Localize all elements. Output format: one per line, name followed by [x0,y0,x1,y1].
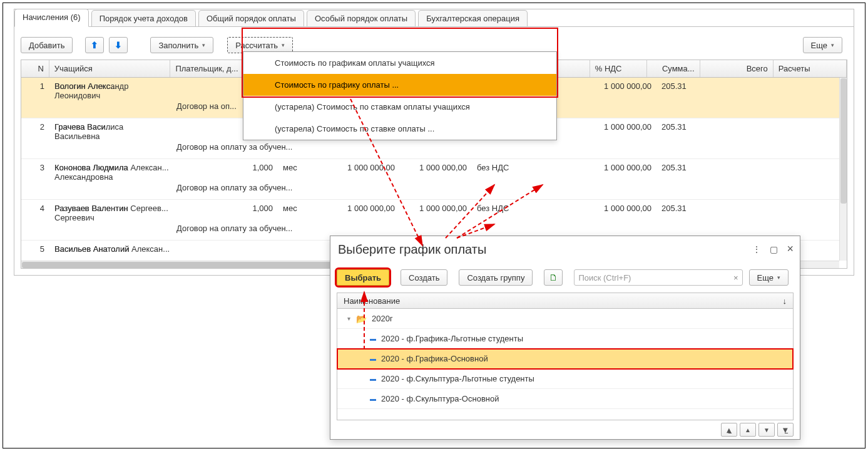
nav-down-button[interactable]: ▼ [758,423,775,437]
item-icon: ▬ [370,375,376,382]
table-cell: 4 [21,200,49,220]
caret-down-icon: ▾ [777,274,780,281]
arrow-up-icon: ⬆ [91,40,98,50]
table-cell: 1 000 000,00 [583,118,656,138]
refresh-button[interactable]: 🗋 [544,269,563,286]
tree-item-label: 2020 - ф.Графика-Основной [381,354,488,363]
tree-item-label: 2020 - ф.Скульптура-Основной [381,394,499,403]
create-button[interactable]: Создать [401,269,447,286]
dropdown-item[interactable]: (устарела) Стоимость по ставкам оплаты у… [243,96,556,118]
tab-special-payment[interactable]: Особый порядок оплаты [307,10,416,26]
table-cell: мес [278,200,315,220]
tab-accounting-op[interactable]: Бухгалтерская операция [418,10,528,26]
table-row[interactable]: 4Разуваев Валентин СергеевичРазуваев Вал… [21,200,839,241]
popup-more-button[interactable]: Еще▾ [749,269,789,286]
caret-down-icon: ▾ [202,42,205,48]
table-cell: 3 [21,159,49,179]
dropdown-item[interactable]: Стоимость по графикам оплаты учащихся [243,52,556,74]
scrollbar-thumb[interactable] [840,78,847,204]
add-button[interactable]: Добавить [21,37,73,53]
search-placeholder: Поиск (Ctrl+F) [578,273,631,283]
table-cell: 1 000 000,00 [583,78,656,98]
dropdown-item-selected[interactable]: Стоимость по графику оплаты ... [243,74,556,96]
popup-title: Выберите график оплаты [338,242,486,257]
calculate-dropdown: Стоимость по графикам оплаты учащихся Ст… [243,51,557,140]
move-up-button[interactable]: ⬆ [85,37,104,53]
tree-item-label: 2020 - ф.Графика-Льготные студенты [381,334,523,343]
table-cell: 1 000 000,00 [400,200,472,220]
nav-up-button[interactable]: ▲ [740,423,756,437]
caret-down-icon: ▾ [831,42,834,48]
col-sumnds[interactable]: Сумма... [647,60,700,77]
fill-button[interactable]: Заполнить▾ [150,37,213,53]
tree-item[interactable]: ▬ 2020 - ф.Графика-Льготные студенты [337,329,793,349]
table-cell: Вологин Александр Леонидович [49,78,171,114]
table-cell [529,200,583,220]
clear-search-icon[interactable]: × [733,273,738,283]
table-cell: без НДС [472,159,529,179]
tree-item-selected[interactable]: ▬ 2020 - ф.Графика-Основной [337,349,793,369]
tree-item[interactable]: ▬ 2020 - ф.Скульптура-Основной [337,389,793,409]
table-cell: Разуваев Валентин Сергеевич [49,200,171,236]
table-cell [21,98,49,118]
scrollbar-thumb[interactable] [22,262,347,268]
caret-down-icon: ▾ [282,42,285,48]
table-cell: Договор на оплату за обучен... [171,138,347,158]
col-calc[interactable]: Расчеты [774,60,847,77]
table-cell: 205.31 [656,78,730,98]
folder-icon: 📂 [356,314,367,324]
table-cell: 205.31 [656,118,730,138]
maximize-icon[interactable]: ▢ [770,244,778,254]
tab-accruals[interactable]: Начисления (6) [14,9,89,27]
select-schedule-popup: Выберите график оплаты ⋮ ▢ × Выбрать Соз… [330,236,800,440]
move-down-button[interactable]: ⬇ [109,37,128,53]
table-cell: 5 [21,241,49,261]
tree-folder-label: 2020г [372,314,393,323]
item-icon: ▬ [370,395,376,402]
table-cell: 2 [21,118,49,138]
table-cell: 1 [21,78,49,98]
nav-last-button[interactable]: ▼̲ [777,423,794,437]
refresh-icon: 🗋 [549,272,558,283]
table-cell: 1 000 000,00 [315,200,400,220]
table-cell: Васильев Анатолий [49,241,171,261]
list-header-label: Наименование [344,296,400,306]
table-cell: 1,000 [225,159,278,179]
table-cell [225,241,278,261]
popup-list-header[interactable]: Наименование ↓ [337,293,794,309]
col-total[interactable]: Всего [700,60,774,77]
close-icon[interactable]: × [787,242,794,256]
table-cell [21,138,49,158]
dropdown-item[interactable]: (устарела) Стоимость по ставке оплаты ..… [243,118,556,140]
vertical-scrollbar[interactable] [839,78,847,261]
table-cell: Договор на оплату за обучен... [171,179,347,199]
table-cell [278,241,315,261]
nav-first-button[interactable]: ▲̲ [721,423,737,437]
tree-folder-row[interactable]: ▾ 📂 2020г [337,309,793,329]
table-cell: мес [278,159,315,179]
kebab-icon[interactable]: ⋮ [752,244,761,254]
search-input[interactable]: Поиск (Ctrl+F) × [574,269,742,286]
table-cell [21,220,49,240]
tab-income-order[interactable]: Порядок учета доходов [91,10,196,26]
tab-general-payment[interactable]: Общий порядок оплаты [198,10,304,26]
popup-toolbar: Выбрать Создать Создать группу 🗋 Поиск (… [337,267,794,288]
more-button[interactable]: Еще▾ [803,37,842,53]
col-student[interactable]: Учащийся [49,60,171,77]
table-cell: Кононова Людмила Александровна [49,159,171,195]
table-cell: 205.31 [656,200,730,220]
table-cell: без НДС [472,200,529,220]
table-row[interactable]: 3Кононова Людмила АлександровнаКононова … [21,159,839,200]
popup-window-controls: ⋮ ▢ × [752,242,794,256]
select-button[interactable]: Выбрать [337,269,389,286]
col-n[interactable]: N [21,60,49,77]
col-vat[interactable]: % НДС [590,60,647,77]
table-cell: Грачева Василиса Васильевна [49,118,171,155]
create-group-button[interactable]: Создать группу [459,269,533,286]
arrow-down-icon: ⬇ [115,40,122,50]
tree-item[interactable]: ▬ 2020 - ф.Скульптура-Льготные студенты [337,369,793,389]
table-cell [529,159,583,179]
table-cell: 1 000 000,00 [583,159,656,179]
table-cell: 205.31 [656,159,730,179]
table-cell [21,179,49,199]
